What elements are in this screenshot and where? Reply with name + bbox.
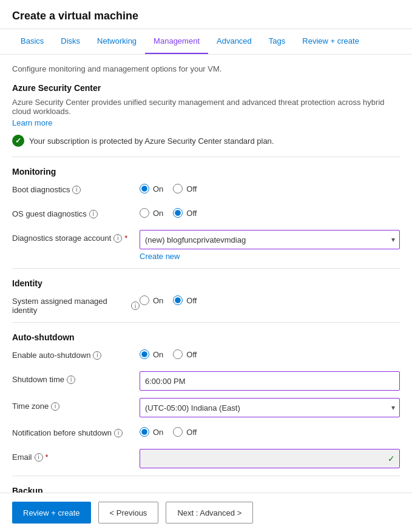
- system-assigned-on-label: On: [153, 296, 163, 305]
- system-assigned-control: On Off: [140, 293, 400, 305]
- os-guest-off-radio[interactable]: [173, 208, 183, 218]
- tab-disks[interactable]: Disks: [52, 29, 89, 54]
- notification-row: Notification before shutdown i On Off: [12, 425, 400, 442]
- notification-off-label: Off: [186, 428, 197, 437]
- system-assigned-on-radio[interactable]: [140, 295, 149, 305]
- shutdown-time-info-icon[interactable]: i: [67, 375, 75, 384]
- tab-management[interactable]: Management: [145, 29, 208, 54]
- email-check-icon: ✓: [388, 454, 395, 463]
- email-info-icon[interactable]: i: [35, 453, 43, 462]
- shutdown-time-control: [140, 371, 400, 391]
- system-assigned-row: System assigned managed identity i On Of…: [12, 293, 400, 315]
- page-title: Create a virtual machine: [0, 0, 412, 29]
- shutdown-time-row: Shutdown time i: [12, 371, 400, 391]
- auto-shutdown-title: Auto-shutdown: [12, 332, 400, 342]
- check-icon: [12, 135, 24, 147]
- notification-label: Notification before shutdown i: [12, 425, 140, 437]
- azure-security-description: Azure Security Center provides unified s…: [12, 98, 400, 116]
- shutdown-time-input[interactable]: [140, 371, 400, 391]
- diagnostics-storage-info-icon[interactable]: i: [113, 234, 122, 243]
- auto-shutdown-on-option[interactable]: On: [140, 349, 163, 359]
- auto-shutdown-on-label: On: [153, 350, 163, 359]
- email-label: Email i: [12, 449, 140, 462]
- boot-diagnostics-off-label: Off: [186, 184, 197, 194]
- timezone-select[interactable]: (UTC-05:00) Indiana (East): [140, 398, 400, 417]
- footer: Review + create < Previous Next : Advanc…: [0, 493, 412, 532]
- auto-shutdown-on-radio[interactable]: [140, 349, 149, 359]
- diagnostics-storage-control: (new) blogfuncprivatevmdiag ▾ Create new: [140, 230, 400, 261]
- system-assigned-off-label: Off: [186, 296, 197, 305]
- os-guest-on-label: On: [153, 209, 163, 218]
- next-button[interactable]: Next : Advanced >: [166, 502, 253, 524]
- boot-diagnostics-off-option[interactable]: Off: [173, 184, 197, 194]
- notification-off-radio[interactable]: [173, 427, 183, 437]
- diagnostics-storage-row: Diagnostics storage account i (new) blog…: [12, 230, 400, 261]
- tab-basics[interactable]: Basics: [12, 29, 52, 54]
- os-guest-off-option[interactable]: Off: [173, 208, 197, 218]
- section-description: Configure monitoring and management opti…: [12, 64, 400, 73]
- enable-auto-shutdown-label: Enable auto-shutdown i: [12, 347, 140, 360]
- previous-button[interactable]: < Previous: [98, 502, 159, 524]
- system-assigned-off-option[interactable]: Off: [173, 295, 197, 305]
- boot-diagnostics-on-label: On: [153, 184, 163, 194]
- notification-on-label: On: [153, 428, 163, 437]
- email-row: Email i ✓: [12, 449, 400, 468]
- system-assigned-off-radio[interactable]: [173, 295, 183, 305]
- divider-3: [12, 322, 400, 323]
- diagnostics-storage-select[interactable]: (new) blogfuncprivatevmdiag: [140, 230, 400, 249]
- tab-review-create[interactable]: Review + create: [294, 29, 368, 54]
- badge-text: Your subscription is protected by Azure …: [29, 136, 274, 146]
- enable-auto-shutdown-row: Enable auto-shutdown i On Off: [12, 347, 400, 364]
- monitoring-title: Monitoring: [12, 167, 400, 177]
- notification-off-option[interactable]: Off: [173, 427, 197, 437]
- identity-title: Identity: [12, 278, 400, 288]
- notification-control: On Off: [140, 425, 400, 437]
- boot-diagnostics-info-icon[interactable]: i: [72, 186, 81, 194]
- tab-networking[interactable]: Networking: [89, 29, 145, 54]
- divider-4: [12, 476, 400, 476]
- os-guest-diagnostics-row: OS guest diagnostics i On Off: [12, 206, 400, 223]
- tabs-bar: Basics Disks Networking Management Advan…: [0, 29, 412, 55]
- tab-tags[interactable]: Tags: [260, 29, 294, 54]
- security-badge: Your subscription is protected by Azure …: [12, 135, 400, 147]
- notification-info-icon[interactable]: i: [114, 429, 123, 437]
- notification-on-option[interactable]: On: [140, 427, 163, 437]
- diagnostics-storage-label: Diagnostics storage account i: [12, 230, 140, 243]
- boot-diagnostics-on-option[interactable]: On: [140, 184, 163, 194]
- enable-auto-shutdown-info-icon[interactable]: i: [93, 351, 101, 360]
- timezone-row: Time zone i (UTC-05:00) Indiana (East) ▾: [12, 398, 400, 417]
- os-guest-diagnostics-label: OS guest diagnostics i: [12, 206, 140, 218]
- os-guest-diagnostics-control: On Off: [140, 206, 400, 218]
- shutdown-time-label: Shutdown time i: [12, 371, 140, 384]
- email-input[interactable]: [140, 449, 400, 468]
- create-new-link[interactable]: Create new: [140, 252, 180, 261]
- review-create-button[interactable]: Review + create: [12, 502, 91, 524]
- enable-auto-shutdown-control: On Off: [140, 347, 400, 359]
- system-assigned-info-icon[interactable]: i: [131, 301, 140, 310]
- boot-diagnostics-label: Boot diagnostics i: [12, 181, 140, 194]
- boot-diagnostics-control: On Off: [140, 181, 400, 194]
- boot-diagnostics-row: Boot diagnostics i On Off: [12, 181, 400, 198]
- os-guest-on-option[interactable]: On: [140, 208, 163, 218]
- timezone-label: Time zone i: [12, 398, 140, 411]
- timezone-control: (UTC-05:00) Indiana (East) ▾: [140, 398, 400, 417]
- os-guest-on-radio[interactable]: [140, 208, 149, 218]
- auto-shutdown-off-option[interactable]: Off: [173, 349, 197, 359]
- auto-shutdown-off-radio[interactable]: [173, 349, 183, 359]
- tab-advanced[interactable]: Advanced: [208, 29, 260, 54]
- email-control: ✓: [140, 449, 400, 468]
- system-assigned-on-option[interactable]: On: [140, 295, 163, 305]
- auto-shutdown-off-label: Off: [186, 350, 197, 359]
- divider-1: [12, 157, 400, 157]
- boot-diagnostics-on-radio[interactable]: [140, 184, 149, 194]
- os-guest-off-label: Off: [186, 209, 197, 218]
- learn-more-link[interactable]: Learn more: [12, 118, 52, 127]
- divider-2: [12, 268, 400, 269]
- boot-diagnostics-off-radio[interactable]: [173, 184, 183, 194]
- timezone-info-icon[interactable]: i: [51, 402, 59, 411]
- notification-on-radio[interactable]: [140, 427, 149, 437]
- system-assigned-label: System assigned managed identity i: [12, 293, 140, 315]
- os-guest-diagnostics-info-icon[interactable]: i: [89, 210, 98, 218]
- azure-security-title: Azure Security Center: [12, 83, 400, 93]
